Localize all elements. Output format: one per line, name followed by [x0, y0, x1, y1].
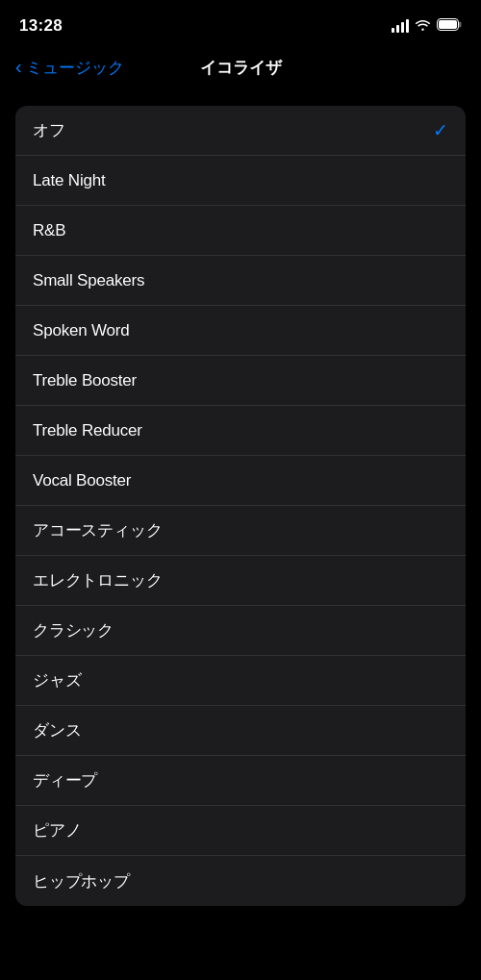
- list-item[interactable]: アコースティック: [15, 506, 466, 556]
- battery-icon: [437, 17, 462, 35]
- nav-header: ‹ ミュージック イコライザ: [0, 46, 481, 96]
- signal-icon: [392, 19, 409, 33]
- list-item[interactable]: Spoken Word: [15, 306, 466, 356]
- page-title: イコライザ: [200, 57, 282, 79]
- wifi-icon: [415, 17, 431, 35]
- list-item[interactable]: エレクトロニック: [15, 556, 466, 606]
- list-item-label: Treble Reducer: [33, 421, 142, 440]
- svg-rect-1: [459, 22, 462, 28]
- list-item[interactable]: Vocal Booster: [15, 456, 466, 506]
- equalizer-list: オフ✓Late NightR&BSmall SpeakersSpoken Wor…: [15, 106, 466, 906]
- list-item-label: ヒップホップ: [33, 870, 130, 892]
- list-item-label: Late Night: [33, 171, 106, 190]
- list-item-label: オフ: [33, 119, 65, 141]
- list-item-label: アコースティック: [33, 519, 162, 541]
- list-item-label: R&B: [33, 221, 65, 240]
- status-bar: 13:28: [0, 0, 481, 46]
- list-item-label: Spoken Word: [33, 321, 130, 340]
- list-item-label: ピアノ: [33, 819, 81, 842]
- list-item[interactable]: ダンス: [15, 706, 466, 756]
- list-item-label: エレクトロニック: [33, 569, 162, 591]
- selected-checkmark-icon: ✓: [433, 119, 448, 141]
- list-item[interactable]: ピアノ: [15, 806, 466, 856]
- status-icons: [392, 17, 462, 35]
- list-item-label: Small Speakers: [33, 271, 144, 290]
- list-item-label: クラシック: [33, 619, 114, 641]
- list-item[interactable]: Treble Reducer: [15, 406, 466, 456]
- svg-rect-2: [439, 20, 457, 29]
- list-item[interactable]: ジャズ: [15, 656, 466, 706]
- list-item[interactable]: Small Speakers: [15, 256, 466, 306]
- back-label: ミュージック: [26, 57, 124, 79]
- list-item[interactable]: R&B: [15, 206, 466, 256]
- list-item[interactable]: ヒップホップ: [15, 856, 466, 906]
- list-item-label: Treble Booster: [33, 371, 137, 390]
- back-button[interactable]: ‹ ミュージック: [15, 57, 124, 79]
- list-item-label: ディープ: [33, 769, 97, 792]
- back-chevron-icon: ‹: [15, 56, 22, 78]
- list-item[interactable]: Treble Booster: [15, 356, 466, 406]
- list-item[interactable]: Late Night: [15, 156, 466, 206]
- list-item[interactable]: クラシック: [15, 606, 466, 656]
- list-item[interactable]: オフ✓: [15, 106, 466, 156]
- status-time: 13:28: [19, 16, 63, 36]
- list-item[interactable]: ディープ: [15, 756, 466, 806]
- list-item-label: ジャズ: [33, 669, 81, 691]
- list-item-label: ダンス: [33, 719, 81, 741]
- list-item-label: Vocal Booster: [33, 471, 131, 490]
